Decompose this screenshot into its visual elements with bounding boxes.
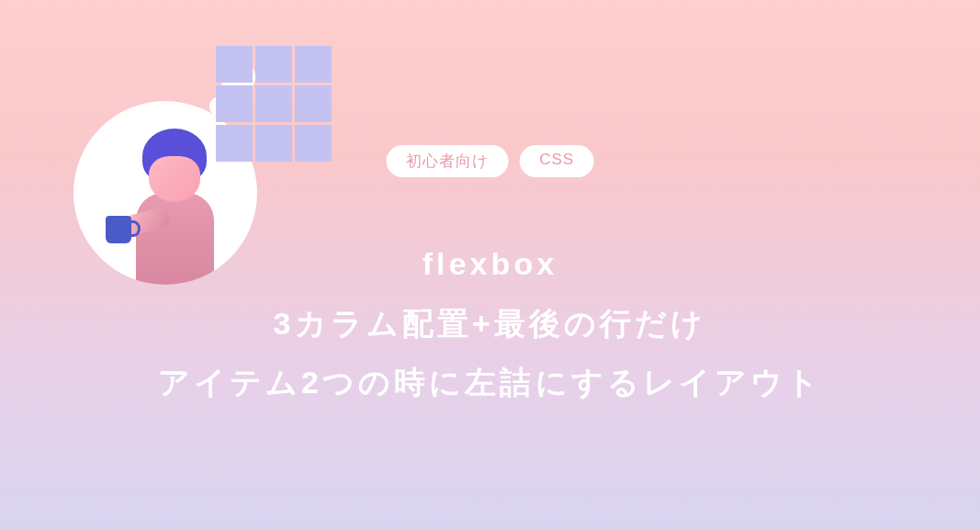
title-line-2: 3カラム配置+最後の行だけ [0, 294, 980, 354]
grid-icon [216, 46, 332, 162]
badge-css: CSS [519, 145, 594, 177]
badge-beginner: 初心者向け [386, 145, 508, 177]
badge-list: 初心者向け CSS [386, 145, 594, 177]
title-line-1: flexbox [0, 234, 980, 294]
article-title: flexbox 3カラム配置+最後の行だけ アイテム2つの時に左詰にするレイアウ… [0, 234, 980, 412]
title-line-3: アイテム2つの時に左詰にするレイアウト [0, 353, 980, 412]
